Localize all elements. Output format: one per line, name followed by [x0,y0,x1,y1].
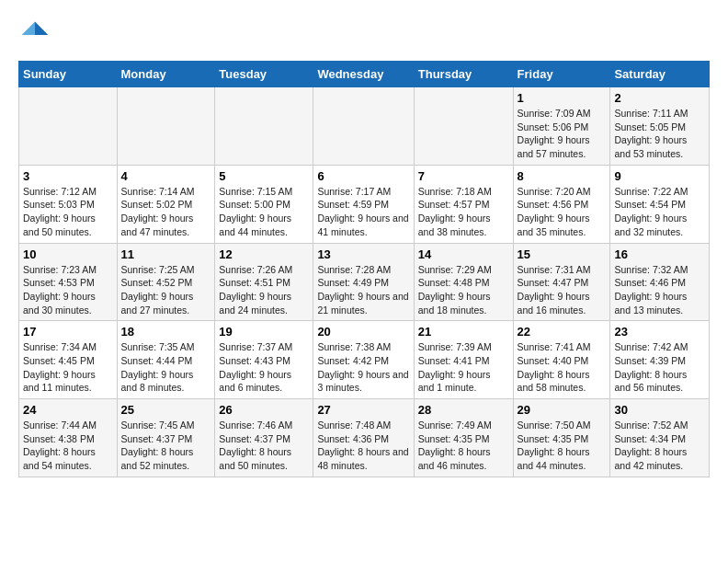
calendar-cell: 18Sunrise: 7:35 AM Sunset: 4:44 PM Dayli… [117,321,215,399]
day-number: 30 [614,403,705,417]
day-header-friday: Friday [513,62,610,87]
day-header-tuesday: Tuesday [215,62,313,87]
day-number: 24 [23,403,113,417]
day-info: Sunrise: 7:44 AM Sunset: 4:38 PM Dayligh… [23,419,113,473]
calendar-cell: 13Sunrise: 7:28 AM Sunset: 4:49 PM Dayli… [313,243,414,321]
day-number: 18 [121,325,211,339]
day-number: 26 [219,403,309,417]
calendar-cell: 19Sunrise: 7:37 AM Sunset: 4:43 PM Dayli… [215,321,313,399]
day-number: 21 [418,325,509,339]
calendar-cell: 7Sunrise: 7:18 AM Sunset: 4:57 PM Daylig… [414,165,513,243]
calendar-cell: 27Sunrise: 7:48 AM Sunset: 4:36 PM Dayli… [313,399,414,477]
calendar-cell: 3Sunrise: 7:12 AM Sunset: 5:03 PM Daylig… [19,165,118,243]
calendar-cell: 15Sunrise: 7:31 AM Sunset: 4:47 PM Dayli… [513,243,610,321]
calendar-cell: 17Sunrise: 7:34 AM Sunset: 4:45 PM Dayli… [19,321,118,399]
day-number: 17 [23,325,113,339]
svg-rect-2 [22,35,49,47]
day-info: Sunrise: 7:22 AM Sunset: 4:54 PM Dayligh… [614,185,705,239]
day-info: Sunrise: 7:46 AM Sunset: 4:37 PM Dayligh… [219,419,309,473]
week-row-4: 17Sunrise: 7:34 AM Sunset: 4:45 PM Dayli… [19,321,710,399]
day-info: Sunrise: 7:50 AM Sunset: 4:35 PM Dayligh… [518,419,607,473]
day-info: Sunrise: 7:17 AM Sunset: 4:59 PM Dayligh… [317,185,409,239]
calendar-cell: 16Sunrise: 7:32 AM Sunset: 4:46 PM Dayli… [610,243,710,321]
calendar-cell: 8Sunrise: 7:20 AM Sunset: 4:56 PM Daylig… [513,165,610,243]
day-header-thursday: Thursday [414,62,513,87]
calendar-cell: 1Sunrise: 7:09 AM Sunset: 5:06 PM Daylig… [513,87,610,166]
day-number: 20 [317,325,409,339]
day-info: Sunrise: 7:48 AM Sunset: 4:36 PM Dayligh… [317,419,409,473]
day-number: 15 [518,247,607,261]
calendar-cell: 23Sunrise: 7:42 AM Sunset: 4:39 PM Dayli… [610,321,710,399]
day-info: Sunrise: 7:09 AM Sunset: 5:06 PM Dayligh… [518,107,607,161]
page-header [18,18,710,52]
day-info: Sunrise: 7:18 AM Sunset: 4:57 PM Dayligh… [418,185,509,239]
calendar-cell: 5Sunrise: 7:15 AM Sunset: 5:00 PM Daylig… [215,165,313,243]
day-number: 10 [23,247,113,261]
calendar-cell: 6Sunrise: 7:17 AM Sunset: 4:59 PM Daylig… [313,165,414,243]
day-info: Sunrise: 7:37 AM Sunset: 4:43 PM Dayligh… [219,340,309,395]
calendar-cell: 14Sunrise: 7:29 AM Sunset: 4:48 PM Dayli… [414,243,513,321]
day-info: Sunrise: 7:29 AM Sunset: 4:48 PM Dayligh… [418,263,509,317]
week-row-3: 10Sunrise: 7:23 AM Sunset: 4:53 PM Dayli… [19,243,710,321]
day-number: 7 [418,169,509,183]
calendar-cell: 22Sunrise: 7:41 AM Sunset: 4:40 PM Dayli… [513,321,610,399]
day-info: Sunrise: 7:20 AM Sunset: 4:56 PM Dayligh… [518,185,607,239]
day-number: 29 [518,403,607,417]
day-info: Sunrise: 7:32 AM Sunset: 4:46 PM Dayligh… [614,263,705,317]
calendar-cell: 4Sunrise: 7:14 AM Sunset: 5:02 PM Daylig… [117,165,215,243]
day-number: 22 [518,325,607,339]
day-number: 6 [317,169,409,183]
logo [18,18,55,52]
day-info: Sunrise: 7:14 AM Sunset: 5:02 PM Dayligh… [121,185,211,239]
day-info: Sunrise: 7:23 AM Sunset: 4:53 PM Dayligh… [23,263,113,317]
calendar-cell: 9Sunrise: 7:22 AM Sunset: 4:54 PM Daylig… [610,165,710,243]
calendar-cell [117,87,215,166]
day-number: 5 [219,169,309,183]
header-row: SundayMondayTuesdayWednesdayThursdayFrid… [19,62,710,87]
calendar-cell: 11Sunrise: 7:25 AM Sunset: 4:52 PM Dayli… [117,243,215,321]
calendar-cell: 30Sunrise: 7:52 AM Sunset: 4:34 PM Dayli… [610,399,710,477]
day-number: 1 [518,91,607,105]
calendar-cell: 29Sunrise: 7:50 AM Sunset: 4:35 PM Dayli… [513,399,610,477]
day-info: Sunrise: 7:12 AM Sunset: 5:03 PM Dayligh… [23,185,113,239]
day-number: 3 [23,169,113,183]
day-info: Sunrise: 7:52 AM Sunset: 4:34 PM Dayligh… [614,419,705,473]
calendar-cell [313,87,414,166]
week-row-2: 3Sunrise: 7:12 AM Sunset: 5:03 PM Daylig… [19,165,710,243]
day-info: Sunrise: 7:38 AM Sunset: 4:42 PM Dayligh… [317,340,409,395]
day-info: Sunrise: 7:34 AM Sunset: 4:45 PM Dayligh… [23,340,113,395]
calendar-cell [414,87,513,166]
day-number: 8 [518,169,607,183]
calendar-cell: 24Sunrise: 7:44 AM Sunset: 4:38 PM Dayli… [19,399,118,477]
day-header-monday: Monday [117,62,215,87]
day-number: 9 [614,169,705,183]
day-info: Sunrise: 7:15 AM Sunset: 5:00 PM Dayligh… [219,185,309,239]
calendar-cell: 12Sunrise: 7:26 AM Sunset: 4:51 PM Dayli… [215,243,313,321]
day-number: 12 [219,247,309,261]
day-info: Sunrise: 7:42 AM Sunset: 4:39 PM Dayligh… [614,340,705,395]
day-number: 14 [418,247,509,261]
day-info: Sunrise: 7:26 AM Sunset: 4:51 PM Dayligh… [219,263,309,317]
svg-marker-0 [35,22,48,35]
day-number: 2 [614,91,705,105]
svg-marker-1 [22,22,35,35]
calendar-cell [19,87,118,166]
calendar-cell: 28Sunrise: 7:49 AM Sunset: 4:35 PM Dayli… [414,399,513,477]
day-info: Sunrise: 7:39 AM Sunset: 4:41 PM Dayligh… [418,340,509,395]
day-info: Sunrise: 7:28 AM Sunset: 4:49 PM Dayligh… [317,263,409,317]
calendar-cell: 21Sunrise: 7:39 AM Sunset: 4:41 PM Dayli… [414,321,513,399]
day-number: 25 [121,403,211,417]
calendar-cell: 2Sunrise: 7:11 AM Sunset: 5:05 PM Daylig… [610,87,710,166]
day-info: Sunrise: 7:31 AM Sunset: 4:47 PM Dayligh… [518,263,607,317]
day-info: Sunrise: 7:25 AM Sunset: 4:52 PM Dayligh… [121,263,211,317]
calendar-cell: 26Sunrise: 7:46 AM Sunset: 4:37 PM Dayli… [215,399,313,477]
day-info: Sunrise: 7:41 AM Sunset: 4:40 PM Dayligh… [518,340,607,395]
calendar-cell [215,87,313,166]
day-number: 16 [614,247,705,261]
day-number: 19 [219,325,309,339]
day-number: 28 [418,403,509,417]
week-row-5: 24Sunrise: 7:44 AM Sunset: 4:38 PM Dayli… [19,399,710,477]
day-info: Sunrise: 7:35 AM Sunset: 4:44 PM Dayligh… [121,340,211,395]
day-number: 13 [317,247,409,261]
day-info: Sunrise: 7:11 AM Sunset: 5:05 PM Dayligh… [614,107,705,161]
